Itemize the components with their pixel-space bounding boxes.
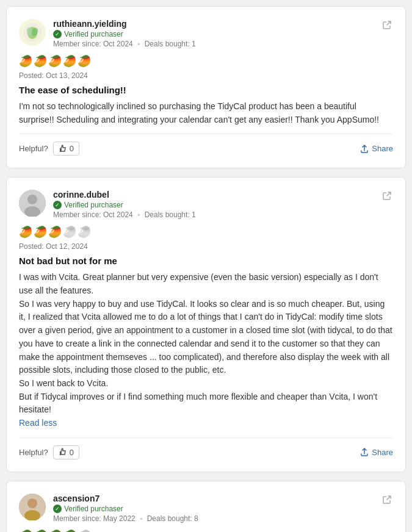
star-rating: 🥭🥭🥭🥭🥭 xyxy=(19,54,393,68)
star-3: 🥭 xyxy=(48,225,62,239)
avatar xyxy=(19,19,46,46)
share-button[interactable]: Share xyxy=(360,448,393,457)
external-link-button[interactable] xyxy=(381,19,393,34)
star-4: 🥭 xyxy=(63,529,76,532)
star-2: 🥭 xyxy=(34,529,47,532)
avatar xyxy=(19,494,46,520)
share-label: Share xyxy=(372,448,393,457)
helpful-count: 0 xyxy=(70,144,74,153)
review-card-3: ascension7 ✓ Verified purchaser Member s… xyxy=(6,481,406,532)
helpful-count: 0 xyxy=(70,448,74,457)
verified-badge: ✓ Verified purchaser xyxy=(53,30,196,38)
review-body: I was with Vcita. Great planner but very… xyxy=(19,271,393,430)
svg-point-8 xyxy=(27,498,37,508)
reviewer-details: ruthieann.yielding ✓ Verified purchaser … xyxy=(53,19,196,48)
svg-point-5 xyxy=(27,195,37,204)
reviewer-details: ascension7 ✓ Verified purchaser Member s… xyxy=(53,494,198,523)
posted-date: Posted: Oct 13, 2024 xyxy=(19,71,393,80)
review-header: ruthieann.yielding ✓ Verified purchaser … xyxy=(19,19,393,48)
verified-icon: ✓ xyxy=(53,505,62,513)
star-4: 🥭 xyxy=(63,54,76,68)
verified-label: Verified purchaser xyxy=(64,201,123,209)
member-info: Member since: May 2022 ▪ Deals bought: 8 xyxy=(53,514,198,523)
star-5: 🥭 xyxy=(78,54,91,68)
reviewer-name: ascension7 xyxy=(53,494,198,503)
star-rating: 🥭🥭🥭🥭🥭 xyxy=(19,529,393,532)
review-title: Not bad but not for me xyxy=(19,256,393,266)
review-card-1: ruthieann.yielding ✓ Verified purchaser … xyxy=(6,6,406,168)
star-2: 🥭 xyxy=(34,225,47,239)
star-5: 🥭 xyxy=(78,225,91,239)
reviewer-name: corinne.dubel xyxy=(53,190,196,200)
helpful-section: Helpful? 0 xyxy=(19,142,79,156)
review-header: corinne.dubel ✓ Verified purchaser Membe… xyxy=(19,190,393,219)
verified-label: Verified purchaser xyxy=(64,30,123,38)
review-title: The ease of scheduling!! xyxy=(19,85,393,95)
review-body: I'm not so technologically inclined so p… xyxy=(19,100,393,126)
reviews-container: ruthieann.yielding ✓ Verified purchaser … xyxy=(6,6,406,532)
review-header: ascension7 ✓ Verified purchaser Member s… xyxy=(19,494,393,523)
review-footer: Helpful? 0 Share xyxy=(19,437,393,459)
helpful-label: Helpful? xyxy=(19,448,48,457)
member-info: Member since: Oct 2024 ▪ Deals bought: 1 xyxy=(53,210,196,219)
thumbs-up-button[interactable]: 0 xyxy=(53,445,79,459)
helpful-label: Helpful? xyxy=(19,144,48,153)
reviewer-info: corinne.dubel ✓ Verified purchaser Membe… xyxy=(19,190,196,219)
reviewer-info: ruthieann.yielding ✓ Verified purchaser … xyxy=(19,19,196,48)
reviewer-details: corinne.dubel ✓ Verified purchaser Membe… xyxy=(53,190,196,219)
star-1: 🥭 xyxy=(19,54,32,68)
separator: ▪ xyxy=(140,514,142,523)
star-2: 🥭 xyxy=(34,54,47,68)
star-3: 🥭 xyxy=(48,54,62,68)
external-link-button[interactable] xyxy=(381,494,393,508)
verified-badge: ✓ Verified purchaser xyxy=(53,201,196,209)
star-5: 🥭 xyxy=(78,529,91,532)
star-3: 🥭 xyxy=(48,529,62,532)
external-link-button[interactable] xyxy=(381,190,393,204)
star-1: 🥭 xyxy=(19,225,32,239)
posted-date: Posted: Oct 12, 2024 xyxy=(19,242,393,251)
separator: ▪ xyxy=(137,210,140,219)
avatar xyxy=(19,190,46,217)
star-rating: 🥭🥭🥭🥭🥭 xyxy=(19,225,393,239)
reviewer-info: ascension7 ✓ Verified purchaser Member s… xyxy=(19,494,198,523)
read-less-link[interactable]: Read less xyxy=(19,418,57,428)
star-1: 🥭 xyxy=(19,529,32,532)
verified-badge: ✓ Verified purchaser xyxy=(53,505,198,513)
thumbs-up-button[interactable]: 0 xyxy=(53,142,79,156)
verified-label: Verified purchaser xyxy=(64,505,123,513)
share-button[interactable]: Share xyxy=(360,144,393,153)
review-footer: Helpful? 0 Share xyxy=(19,134,393,156)
separator: ▪ xyxy=(137,40,140,48)
helpful-section: Helpful? 0 xyxy=(19,445,79,459)
reviewer-name: ruthieann.yielding xyxy=(53,19,196,29)
member-info: Member since: Oct 2024 ▪ Deals bought: 1 xyxy=(53,40,196,48)
share-label: Share xyxy=(372,144,393,153)
verified-icon: ✓ xyxy=(53,30,62,38)
verified-icon: ✓ xyxy=(53,201,62,209)
review-card-2: corinne.dubel ✓ Verified purchaser Membe… xyxy=(6,177,406,472)
star-4: 🥭 xyxy=(63,225,76,239)
